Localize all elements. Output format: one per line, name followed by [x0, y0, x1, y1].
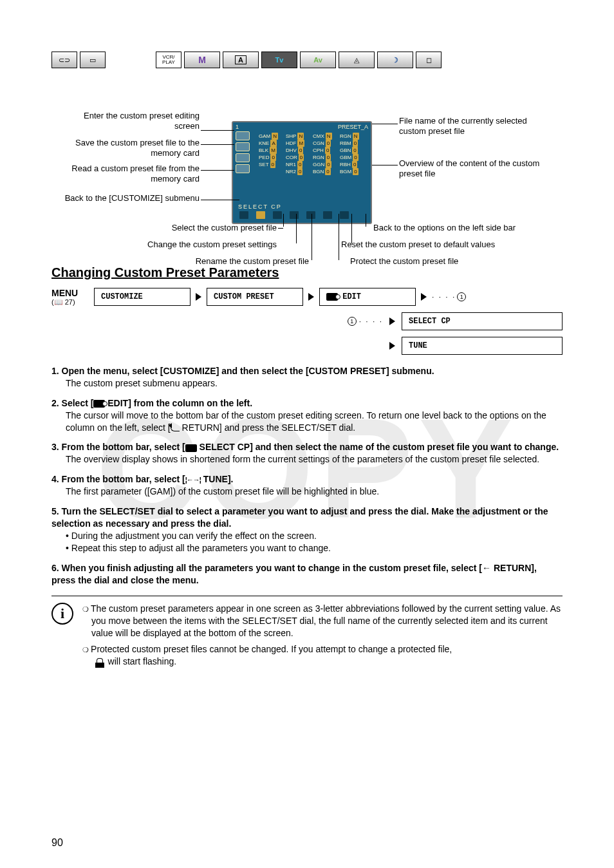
callout-overview: Overview of the content of the custom pr…: [399, 158, 554, 180]
info-note-2: Protected custom preset files cannot be …: [82, 643, 563, 668]
mode-av: Av: [300, 52, 336, 68]
edit-icon: [93, 400, 105, 408]
menu-box-customize: CUSTOMIZE: [94, 288, 191, 306]
dots: · · · ·: [359, 317, 383, 326]
mode-spotlight-icon: ◬: [339, 52, 375, 68]
steps-list: 1. Open the menu, select [CUSTOMIZE] and…: [51, 365, 563, 587]
step-5-bullet: Repeat this step to adjust all the param…: [66, 542, 563, 554]
arrow-icon: [308, 293, 314, 301]
step-2: 2. Select [ EDIT] from the column on the…: [51, 397, 563, 434]
circled-1: 1: [457, 292, 466, 301]
callout-select-cp: Select the custom preset file: [122, 223, 277, 233]
info-icon: i: [51, 603, 73, 625]
mode-m: M: [184, 52, 220, 68]
arrow-icon: [389, 342, 395, 350]
info-notes: i The custom preset parameters appear in…: [51, 596, 563, 671]
menu-box-custom-preset: CUSTOM PRESET: [207, 288, 303, 306]
callout-protect: Protect the custom preset file: [350, 256, 543, 267]
callout-back-customize: Back to the [CUSTOMIZE] submenu: [59, 193, 200, 203]
mode-night-icon: ☽: [377, 52, 413, 68]
mode-rec-icon: ◻: [416, 52, 442, 68]
menu-label: MENU: [51, 288, 88, 298]
screen-bottom-icons: [236, 210, 368, 219]
return-icon: [171, 425, 180, 431]
callout-change-settings: Change the custom preset settings: [102, 240, 277, 250]
step-1: 1. Open the menu, select [CUSTOMIZE] and…: [51, 365, 563, 390]
tune-icon: ¦←→¦: [185, 475, 201, 485]
arrow-icon: [196, 293, 201, 301]
dots: · · · ·: [432, 292, 456, 301]
callout-back-options: Back to the options on the left side bar: [373, 223, 579, 233]
mode-a: A: [223, 52, 259, 68]
menu-box-tune: TUNE: [402, 337, 563, 355]
section-heading: Changing Custom Preset Parameters: [51, 265, 563, 280]
screen-bottom-bar: SELECT CP: [236, 203, 368, 220]
mode-bar: ⊂⊃ ▭ VCR/ PLAY M A Tv Av ◬ ☽ ◻: [51, 52, 563, 68]
callout-rename: Rename the custom preset file: [142, 256, 309, 267]
mode-vcr-play: VCR/ PLAY: [156, 52, 181, 68]
screen-param-grid: GAMNSHPNCMXNRGNNKNEAHDFMCGN0RBM0BLKMDHV0…: [259, 133, 367, 201]
callout-read-card: Read a custom preset file from the memor…: [66, 164, 200, 185]
callout-filename: File name of the currently selected cust…: [399, 116, 547, 137]
page-number: 90: [51, 837, 63, 849]
arrow-icon: [421, 293, 427, 301]
menu-box-select-cp: SELECT CP: [402, 312, 563, 330]
menu-path: MENU (📖 27) CUSTOMIZE CUSTOM PRESET EDIT…: [51, 288, 563, 355]
preset-screen-diagram: 1PRESET_A GAMNSHPNCMXNRGNNKNEAHDFMCGN0RB…: [51, 85, 563, 252]
back-arrow-icon: ←: [482, 562, 491, 574]
step-6: 6. When you finish adjusting all the par…: [51, 562, 563, 587]
menu-pageref: (📖 27): [51, 298, 88, 307]
edit-icon: [326, 293, 338, 301]
mode-tape-icon: ⊂⊃: [51, 52, 77, 68]
lock-icon: [97, 658, 103, 663]
callout-enter-edit: Enter the custom preset editing screen: [71, 111, 200, 132]
screen-bottom-label: SELECT CP: [236, 203, 368, 210]
screen-left-sidebar: [236, 131, 255, 201]
step-5: 5. Turn the SELECT/SET dial to select a …: [51, 505, 563, 554]
mode-card-icon: ▭: [80, 52, 106, 68]
screen-title-num: 1: [236, 124, 239, 130]
callout-reset: Reset the custom preset to default value…: [341, 240, 554, 250]
screen-title-name: PRESET_A: [338, 124, 368, 130]
callout-save-card: Save the custom preset file to the memor…: [63, 138, 200, 159]
select-icon: [185, 444, 197, 452]
camera-screen-preview: 1PRESET_A GAMNSHPNCMXNRGNNKNEAHDFMCGN0RB…: [232, 121, 372, 224]
arrow-icon: [389, 317, 395, 325]
step-4: 4. From the bottom bar, select [¦←→¦ TUN…: [51, 473, 563, 498]
step-3: 3. From the bottom bar, select [ SELECT …: [51, 441, 563, 466]
info-note-1: The custom preset parameters appear in o…: [82, 603, 563, 639]
mode-tv: Tv: [261, 52, 297, 68]
circled-1: 1: [348, 317, 357, 326]
menu-box-edit: EDIT: [319, 288, 416, 306]
step-5-bullet: During the adjustment you can verify the…: [66, 530, 563, 542]
